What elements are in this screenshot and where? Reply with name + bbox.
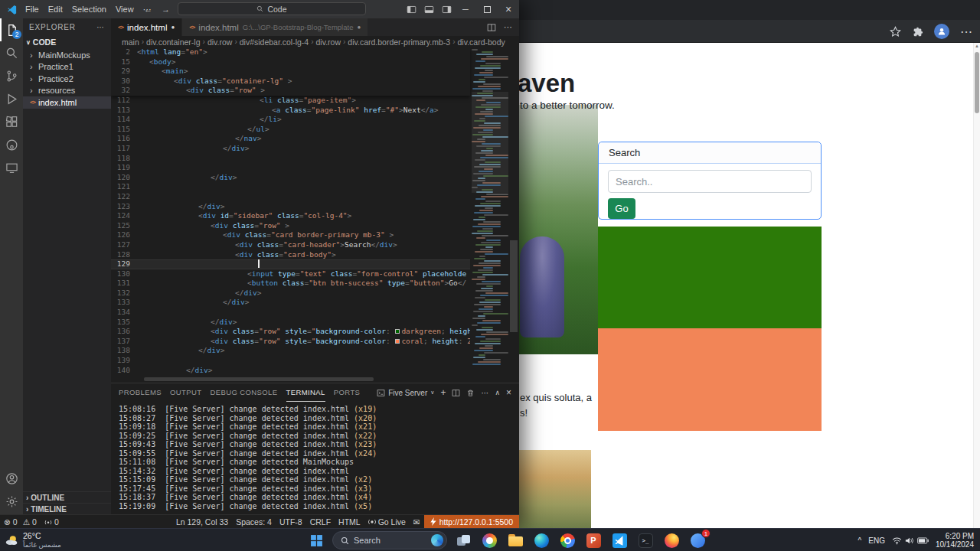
code-line-130[interactable]: 130<input type="text" class="form-contro… (111, 269, 470, 279)
toggle-panel-icon[interactable] (424, 5, 434, 15)
code-line-137[interactable]: 137<div class="row" style="background-co… (111, 337, 470, 347)
firefox-browser-icon[interactable] (662, 531, 681, 549)
timeline-section[interactable]: ›TIMELINE (23, 503, 111, 514)
code-line-123[interactable]: 123</div> (111, 202, 470, 212)
code-line-117[interactable]: 117</div> (111, 144, 470, 154)
breadcrumb-item[interactable]: div.container-lg (146, 37, 200, 47)
breadcrumb-item[interactable]: div.row (316, 37, 341, 47)
explorer-item-mainmockups[interactable]: ›MainMockups (23, 49, 111, 61)
modified-dot-icon[interactable]: ● (171, 24, 175, 31)
code-line-139[interactable]: 139 (111, 356, 470, 366)
browser-menu-icon[interactable]: ⋯ (960, 24, 972, 39)
sticky-line-30[interactable]: 30<div class="container-lg" > (111, 77, 470, 86)
panel-more-icon[interactable]: ⋯ (481, 389, 488, 397)
code-line-131[interactable]: 131<button class="btn btn-success" type=… (111, 279, 470, 289)
extensions-icon[interactable] (0, 110, 23, 133)
menu-file[interactable]: File (21, 0, 44, 18)
remote-explorer-icon[interactable] (0, 156, 23, 179)
code-line-118[interactable]: 118 (111, 154, 470, 164)
code-line-115[interactable]: 115</ul> (111, 125, 470, 135)
edge-browser-icon[interactable] (531, 531, 551, 549)
code-line-140[interactable]: 140</div> (111, 366, 470, 376)
explorer-icon[interactable]: 2 (0, 18, 23, 41)
weather-widget[interactable]: 26°C مشمس غائماً (5, 531, 61, 549)
editor-more-icon[interactable]: ⋯ (504, 22, 512, 32)
new-terminal-icon[interactable]: + (440, 387, 446, 398)
vscode-app-icon[interactable] (609, 531, 629, 549)
encoding[interactable]: UTF-8 (276, 515, 306, 528)
explorer-item-practice1[interactable]: ›Practice1 (23, 61, 111, 73)
five-server-url[interactable]: http://127.0.0.1:5500 (424, 515, 519, 528)
run-debug-icon[interactable] (0, 87, 23, 110)
editor-scrollbar-thumb[interactable] (510, 240, 518, 332)
code-line-120[interactable]: 120</div> (111, 173, 470, 183)
browser-profile-avatar[interactable] (934, 24, 949, 39)
explorer-item-practice2[interactable]: ›Practice2 (23, 73, 111, 85)
modified-dot-icon[interactable]: ● (357, 24, 361, 31)
code-line-122[interactable]: 122 (111, 192, 470, 202)
terminal-profile-selector[interactable]: Five Server ∨ (377, 389, 434, 397)
command-center-search[interactable]: Code (178, 2, 366, 15)
system-tray-icons[interactable] (892, 536, 929, 545)
minimap[interactable] (472, 47, 508, 383)
feedback-icon[interactable]: ✉ (410, 515, 424, 528)
breadcrumb-item[interactable]: div.row (207, 37, 232, 47)
scroll-up-arrow-icon[interactable]: ▲ (974, 44, 980, 48)
breadcrumb-item[interactable]: div#sidebar.col-lg-4 (240, 37, 309, 47)
toggle-secondary-sidebar-icon[interactable] (442, 5, 452, 15)
split-terminal-icon[interactable] (452, 389, 460, 397)
page-scrollbar[interactable]: ▲ (973, 43, 980, 528)
breadcrumb-item[interactable]: div.card-body (458, 37, 505, 47)
code-line-129[interactable]: 129 (111, 259, 470, 269)
editor-horizontal-scrollbar[interactable] (144, 377, 374, 381)
kill-terminal-icon[interactable] (466, 389, 475, 397)
code-line-126[interactable]: 126<div class="card border-primary mb-3"… (111, 230, 470, 240)
code-line-128[interactable]: 128<div class="card-body"> (111, 250, 470, 260)
code-line-135[interactable]: 135</div> (111, 318, 470, 328)
photos-app-icon[interactable] (479, 531, 499, 549)
panel-tab-ports[interactable]: PORTS (334, 383, 361, 402)
menu-edit[interactable]: Edit (44, 0, 67, 18)
breadcrumb-item[interactable]: main (122, 37, 139, 47)
panel-tab-output[interactable]: OUTPUT (170, 383, 201, 402)
code-line-119[interactable]: 119 (111, 163, 470, 173)
code-line-138[interactable]: 138</div> (111, 346, 470, 356)
sticky-line-2[interactable]: 2<html lang="en"> (111, 47, 470, 57)
problems-status[interactable]: ⊗0 ⚠0 (0, 515, 41, 528)
chrome-browser-icon[interactable] (557, 531, 577, 549)
menu-selection[interactable]: Selection (67, 0, 111, 18)
search-icon[interactable] (0, 41, 23, 64)
account-icon[interactable] (0, 467, 23, 490)
breadcrumb-item[interactable]: div.card.border-primary.mb-3 (348, 37, 450, 47)
code-line-112[interactable]: 112<li class="page-item"> (111, 96, 470, 106)
sticky-line-32[interactable]: 32<div class="row" > (111, 86, 470, 96)
clock[interactable]: 6:20 PM 10/14/2024 (936, 532, 974, 549)
sticky-line-29[interactable]: 29<main> (111, 67, 470, 77)
start-button[interactable] (306, 531, 326, 549)
sticky-line-15[interactable]: 15<body> (111, 57, 470, 67)
code-line-134[interactable]: 134 (111, 308, 470, 318)
extensions-puzzle-icon[interactable] (912, 26, 923, 37)
code-line-133[interactable]: 133</div> (111, 298, 470, 308)
file-explorer-icon[interactable] (505, 531, 525, 549)
back-arrow-icon[interactable]: ← (144, 5, 152, 14)
explorer-root-folder[interactable]: ∨ CODE (23, 35, 111, 49)
taskbar-search[interactable]: Search (332, 531, 447, 549)
close-panel-icon[interactable]: × (506, 387, 511, 398)
code-line-124[interactable]: 124<div id="sidebar" class="col-lg-4"> (111, 211, 470, 221)
source-control-icon[interactable] (0, 64, 23, 87)
search-input[interactable] (608, 170, 812, 193)
code-line-114[interactable]: 114</li> (111, 115, 470, 125)
go-live-button[interactable]: Go Live (364, 515, 410, 528)
powerpoint-icon[interactable] (583, 531, 603, 549)
split-editor-icon[interactable] (487, 23, 496, 32)
tab-index-html-other[interactable]: <> index.html G:\...\GP-Bootstrap-Blog-T… (181, 18, 368, 36)
settings-gear-icon[interactable] (0, 490, 23, 513)
code-line-121[interactable]: 121 (111, 182, 470, 192)
page-scrollbar-thumb[interactable] (975, 52, 979, 113)
bookmark-star-icon[interactable] (890, 26, 901, 37)
minimize-button[interactable]: ─ (455, 0, 476, 18)
explorer-item-index-html[interactable]: <>index.html (23, 96, 111, 109)
terminal-app-icon[interactable] (635, 531, 655, 549)
menu-view[interactable]: View (111, 0, 139, 18)
